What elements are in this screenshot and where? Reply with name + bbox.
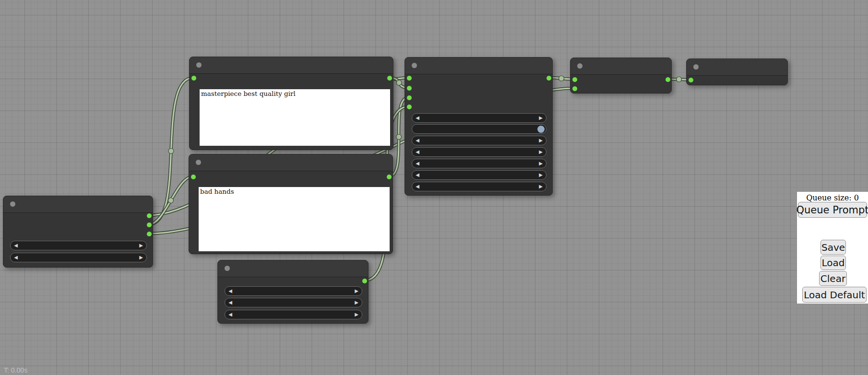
link-midpoint-dot-positive-cond-to-sampler [396, 80, 402, 85]
increment-arrow-icon[interactable]: ▶ [535, 136, 546, 145]
widget-config-name[interactable]: ◀▶ [10, 241, 147, 250]
toggle-circle-icon[interactable] [537, 126, 545, 133]
increment-arrow-icon[interactable]: ▶ [351, 298, 362, 307]
widget-random-seed-after-every-gen[interactable] [412, 124, 547, 134]
output-slot-CLIP[interactable] [147, 223, 152, 227]
queue-prompt-button[interactable]: Queue Prompt [798, 202, 867, 218]
input-slot-clip[interactable] [191, 76, 196, 81]
decrement-arrow-icon[interactable]: ◀ [225, 298, 236, 307]
increment-arrow-icon[interactable]: ▶ [535, 182, 546, 191]
decrement-arrow-icon[interactable]: ◀ [412, 182, 423, 191]
output-slot-MODEL[interactable] [147, 213, 152, 218]
node-titlebar-empty-latent-image[interactable] [218, 260, 368, 277]
widget-denoise[interactable]: ◀▶ [412, 182, 547, 191]
node-clip-text-encode-positive[interactable]: masterpiece best quality girl [189, 57, 393, 150]
decrement-arrow-icon[interactable]: ◀ [412, 159, 423, 168]
decrement-arrow-icon[interactable]: ◀ [412, 148, 423, 156]
input-slot-samples[interactable] [572, 77, 577, 82]
increment-arrow-icon[interactable]: ▶ [535, 114, 546, 122]
increment-arrow-icon[interactable]: ▶ [136, 241, 146, 250]
input-slot-images[interactable] [689, 78, 693, 82]
link-midpoint-dot-negative-cond-to-sampler [396, 134, 402, 140]
input-slot-model[interactable] [407, 76, 412, 81]
node-sampler[interactable]: ◀▶◀▶◀▶◀▶◀▶◀▶ [404, 57, 553, 196]
increment-arrow-icon[interactable]: ▶ [136, 253, 146, 262]
node-titlebar-checkpoint-loader[interactable] [3, 196, 153, 213]
prompt-textarea-clip-text-encode-negative[interactable]: bad hands [199, 187, 390, 251]
input-slot-latent_image[interactable] [407, 105, 412, 109]
node-titlebar-sampler[interactable] [405, 58, 552, 74]
load-button[interactable]: Load [820, 256, 846, 270]
clear-button[interactable]: Clear [819, 271, 847, 286]
node-titlebar-clip-text-encode-negative[interactable] [189, 154, 392, 171]
input-slot-negative[interactable] [407, 95, 412, 100]
node-save-image[interactable] [686, 59, 788, 85]
widget-batch-size[interactable]: ◀▶ [225, 310, 362, 319]
widget-seed[interactable]: ◀▶ [412, 113, 547, 123]
widget-ckpt-name[interactable]: ◀▶ [10, 253, 147, 262]
node-collapse-dot-icon[interactable] [225, 266, 230, 271]
link-midpoint-dot-clip-to-positive-encode [168, 149, 174, 154]
node-collapse-dot-icon[interactable] [10, 201, 15, 207]
decrement-arrow-icon[interactable]: ◀ [225, 310, 236, 319]
link-wire-clip-to-positive-encode [149, 78, 193, 224]
node-collapse-dot-icon[interactable] [196, 160, 201, 165]
input-slot-clip[interactable] [191, 175, 196, 179]
widget-scheduler[interactable]: ◀▶ [412, 170, 547, 180]
queue-size-label: Queue size: 0 [797, 193, 868, 202]
output-slot-LATENT[interactable] [362, 279, 367, 283]
graph-canvas[interactable]: ◀▶◀▶masterpiece best quality girlbad han… [0, 0, 868, 375]
node-collapse-dot-icon[interactable] [693, 64, 699, 70]
increment-arrow-icon[interactable]: ▶ [535, 171, 546, 179]
increment-arrow-icon[interactable]: ▶ [535, 159, 546, 168]
save-button[interactable]: Save [820, 240, 846, 255]
node-checkpoint-loader[interactable]: ◀▶◀▶ [3, 196, 153, 268]
increment-arrow-icon[interactable]: ▶ [351, 287, 362, 295]
queue-sidebar-panel: Queue size: 0 Queue Prompt Save Load Cle… [797, 192, 868, 304]
link-midpoint-dot-latent-to-vaedecode [559, 76, 564, 81]
output-slot-LATENT[interactable] [547, 76, 551, 81]
node-vae-decode[interactable] [570, 58, 672, 94]
widget-steps[interactable]: ◀▶ [412, 136, 547, 145]
link-wire-outline-clip-to-negative-encode [149, 176, 193, 224]
load-default-button[interactable]: Load Default [802, 287, 867, 303]
output-slot-CONDITIONING[interactable] [387, 175, 392, 179]
execution-time-label: T: 0.00s [4, 366, 27, 374]
increment-arrow-icon[interactable]: ▶ [351, 310, 362, 319]
link-wire-clip-to-negative-encode [149, 176, 193, 224]
node-titlebar-save-image[interactable] [687, 59, 787, 76]
increment-arrow-icon[interactable]: ▶ [535, 148, 546, 156]
node-clip-text-encode-negative[interactable]: bad hands [189, 154, 393, 254]
decrement-arrow-icon[interactable]: ◀ [225, 287, 236, 295]
node-collapse-dot-icon[interactable] [577, 63, 583, 69]
node-titlebar-vae-decode[interactable] [571, 58, 671, 75]
prompt-textarea-clip-text-encode-positive[interactable]: masterpiece best quality girl [200, 89, 390, 146]
link-wire-outline-clip-to-positive-encode [149, 78, 193, 224]
decrement-arrow-icon[interactable]: ◀ [412, 114, 423, 122]
decrement-arrow-icon[interactable]: ◀ [11, 253, 21, 262]
node-collapse-dot-icon[interactable] [196, 62, 202, 68]
link-midpoint-dot-image-to-saveimage [677, 77, 682, 82]
widget-height[interactable]: ◀▶ [225, 298, 362, 307]
node-empty-latent-image[interactable]: ◀▶◀▶◀▶ [217, 260, 369, 324]
output-slot-CONDITIONING[interactable] [387, 76, 392, 81]
node-titlebar-clip-text-encode-positive[interactable] [190, 57, 393, 74]
decrement-arrow-icon[interactable]: ◀ [412, 171, 423, 179]
link-midpoint-dot-clip-to-negative-encode [168, 198, 174, 203]
decrement-arrow-icon[interactable]: ◀ [412, 136, 423, 145]
input-slot-vae[interactable] [572, 86, 577, 91]
output-slot-VAE[interactable] [147, 232, 152, 236]
node-collapse-dot-icon[interactable] [412, 63, 417, 68]
output-slot-IMAGE[interactable] [666, 77, 670, 82]
widget-width[interactable]: ◀▶ [225, 286, 362, 296]
decrement-arrow-icon[interactable]: ◀ [11, 241, 21, 250]
widget-sampler-name[interactable]: ◀▶ [412, 159, 547, 168]
widget-cfg[interactable]: ◀▶ [412, 147, 547, 157]
input-slot-positive[interactable] [407, 86, 412, 91]
